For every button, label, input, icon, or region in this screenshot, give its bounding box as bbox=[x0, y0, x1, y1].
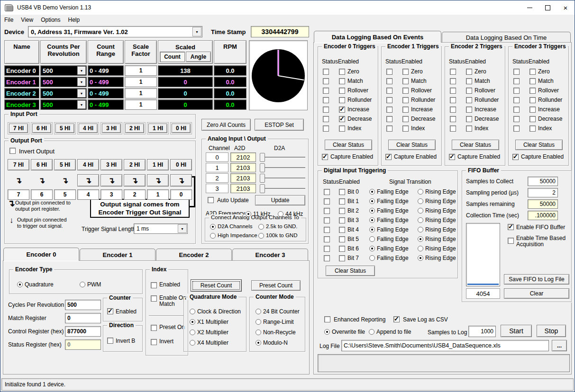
enabled-checkbox-index[interactable] bbox=[402, 125, 409, 132]
input-port-button-3-hi[interactable]: 3 HI bbox=[102, 124, 121, 133]
log-file-input[interactable]: C:\Users\Steve.Smith\Documents\USB4_Data… bbox=[341, 340, 549, 351]
radio-x1-multiplier[interactable] bbox=[190, 319, 195, 325]
radio-44khz[interactable] bbox=[278, 211, 283, 217]
enabled-checkbox-rollunder[interactable] bbox=[529, 97, 536, 103]
radio-non-recycle[interactable] bbox=[256, 330, 261, 335]
digital-status-checkbox-2[interactable] bbox=[324, 208, 330, 214]
enhanced-reporting-checkbox[interactable] bbox=[324, 316, 330, 322]
digital-clear-status-button[interactable]: Clear Status bbox=[326, 266, 375, 276]
enabled-checkbox-index[interactable] bbox=[529, 125, 536, 132]
tab-data-logging-events[interactable]: Data Logging Based On Events bbox=[314, 31, 441, 43]
enabled-checkbox-decrease[interactable] bbox=[339, 116, 345, 122]
output-port-button-3-hi[interactable]: 3 HI bbox=[100, 159, 122, 170]
scale-factor-input-1[interactable]: 1 bbox=[125, 77, 157, 87]
digital-enabled-checkbox-7[interactable] bbox=[339, 255, 345, 261]
output-pin-value-1[interactable]: 1 bbox=[147, 189, 169, 200]
digital-enabled-checkbox-5[interactable] bbox=[339, 236, 345, 242]
slider-thumb[interactable] bbox=[260, 163, 265, 172]
status-checkbox-decrease[interactable] bbox=[323, 116, 329, 122]
menu-file[interactable]: File bbox=[0, 15, 17, 25]
browse-log-file-button[interactable]: ... bbox=[552, 340, 567, 351]
output-port-button-6-hi[interactable]: 6 HI bbox=[31, 159, 53, 170]
estop-set-button[interactable]: ESTOP Set bbox=[255, 119, 304, 131]
falling-edge-radio-0[interactable] bbox=[369, 189, 375, 195]
cpr-select-1[interactable]: 500▼ bbox=[40, 77, 87, 87]
falling-edge-radio-4[interactable] bbox=[369, 227, 375, 232]
status-checkbox-match[interactable] bbox=[513, 78, 520, 84]
output-pin-value-6[interactable]: 6 bbox=[31, 189, 53, 200]
cpr-select-3[interactable]: 500▼ bbox=[40, 99, 87, 110]
corner-down-arrow-icon[interactable]: ↴ bbox=[147, 174, 169, 187]
menu-help[interactable]: Help bbox=[64, 15, 84, 25]
d2a-slider-0[interactable] bbox=[260, 152, 305, 162]
auto-update-checkbox[interactable] bbox=[208, 197, 214, 203]
index-checkbox-invert[interactable] bbox=[151, 339, 157, 345]
falling-edge-radio-6[interactable] bbox=[369, 246, 375, 251]
clear-status-button-encoder-1[interactable]: Clear Status bbox=[388, 140, 436, 150]
slider-thumb[interactable] bbox=[260, 174, 265, 183]
enabled-checkbox-rollover[interactable] bbox=[466, 88, 472, 94]
enabled-checkbox-increase[interactable] bbox=[466, 107, 472, 113]
enabled-checkbox-zero[interactable] bbox=[466, 69, 472, 75]
digital-enabled-checkbox-2[interactable] bbox=[339, 208, 345, 214]
status-checkbox-rollunder[interactable] bbox=[386, 97, 392, 103]
dropdown-arrow-icon[interactable]: ▼ bbox=[192, 27, 201, 36]
status-checkbox-index[interactable] bbox=[386, 125, 392, 132]
digital-status-checkbox-6[interactable] bbox=[324, 246, 330, 252]
status-checkbox-match[interactable] bbox=[323, 78, 329, 84]
digital-enabled-checkbox-0[interactable] bbox=[339, 189, 345, 195]
radio-x2-multiplier[interactable] bbox=[190, 330, 195, 335]
status-checkbox-increase[interactable] bbox=[386, 107, 392, 113]
status-checkbox-increase[interactable] bbox=[323, 107, 329, 113]
enabled-checkbox-decrease[interactable] bbox=[466, 116, 472, 122]
status-checkbox-index[interactable] bbox=[323, 125, 329, 132]
slider-thumb[interactable] bbox=[260, 153, 265, 162]
rising-edge-radio-0[interactable] bbox=[418, 189, 423, 195]
menu-view[interactable]: View bbox=[17, 15, 37, 25]
d2a-slider-1[interactable] bbox=[260, 163, 305, 172]
radio-11khz[interactable] bbox=[246, 211, 251, 217]
rising-edge-radio-1[interactable] bbox=[418, 198, 423, 204]
tab-encoder-0[interactable]: Encoder 0 bbox=[3, 248, 79, 261]
scaled-count-button[interactable]: Count bbox=[160, 52, 185, 62]
d2a-slider-3[interactable] bbox=[260, 184, 305, 193]
stop-button[interactable]: Stop bbox=[537, 325, 566, 337]
enabled-checkbox-index[interactable] bbox=[466, 125, 472, 132]
fifo-value-sampling-period-s[interactable]: 2 bbox=[528, 188, 558, 197]
tab-encoder-1[interactable]: Encoder 1 bbox=[80, 249, 155, 261]
invert-output-checkbox[interactable] bbox=[9, 148, 16, 154]
input-port-button-5-hi[interactable]: 5 HI bbox=[55, 124, 74, 133]
dropdown-arrow-icon[interactable]: ▼ bbox=[178, 224, 187, 233]
cpr-select-2[interactable]: 500▼ bbox=[40, 88, 87, 98]
a2d-value-1[interactable]: 2103 bbox=[230, 163, 256, 172]
status-checkbox-rollunder[interactable] bbox=[513, 97, 520, 103]
scale-factor-input-2[interactable]: 1 bbox=[125, 88, 157, 98]
device-select[interactable]: 0, Address 31, Firmware Ver. 1.02 ▼ bbox=[28, 26, 202, 37]
input-port-button-0-hi[interactable]: 0 HI bbox=[172, 124, 191, 133]
status-checkbox-rollover[interactable] bbox=[450, 88, 456, 94]
dropdown-arrow-icon[interactable]: ▼ bbox=[77, 100, 86, 109]
enabled-checkbox-decrease[interactable] bbox=[529, 116, 536, 122]
output-port-button-1-hi[interactable]: 1 HI bbox=[147, 159, 169, 170]
falling-edge-radio-1[interactable] bbox=[369, 198, 375, 204]
field-input-match-register[interactable]: 0 bbox=[65, 313, 101, 323]
enabled-checkbox-match[interactable] bbox=[466, 78, 472, 84]
enabled-checkbox-increase[interactable] bbox=[339, 107, 345, 113]
overwrite-file-radio[interactable] bbox=[324, 329, 330, 335]
status-checkbox-index[interactable] bbox=[513, 125, 520, 132]
radio-quadrature[interactable] bbox=[17, 282, 23, 287]
output-pin-value-7[interactable]: 7 bbox=[8, 189, 29, 200]
status-checkbox-match[interactable] bbox=[450, 78, 456, 84]
clear-status-button-encoder-3[interactable]: Clear Status bbox=[515, 140, 563, 150]
status-checkbox-index[interactable] bbox=[450, 125, 456, 132]
clear-status-button-encoder-0[interactable]: Clear Status bbox=[325, 140, 372, 150]
save-fifo-button[interactable]: Save FIFO to Log File bbox=[504, 274, 569, 285]
enabled-checkbox-rollover[interactable] bbox=[529, 88, 536, 94]
input-port-button-1-hi[interactable]: 1 HI bbox=[148, 124, 167, 133]
samples-to-log-input[interactable]: 1000 bbox=[468, 326, 496, 337]
status-checkbox-rollunder[interactable] bbox=[450, 97, 456, 103]
a2d-value-3[interactable]: 2103 bbox=[230, 184, 256, 193]
tab-encoder-3[interactable]: Encoder 3 bbox=[232, 249, 308, 261]
a2d-value-2[interactable]: 2103 bbox=[230, 173, 256, 183]
enabled-checkbox-index[interactable] bbox=[339, 125, 345, 132]
